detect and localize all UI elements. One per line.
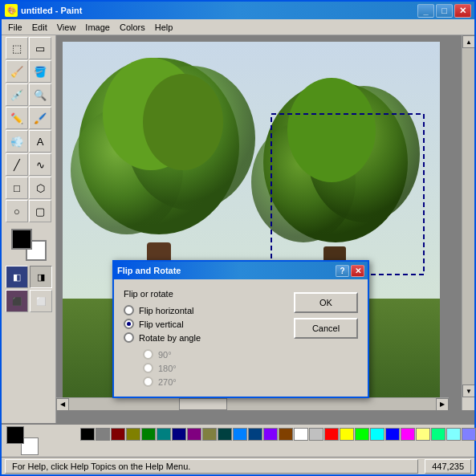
tool-extra1[interactable]: ◧ <box>6 266 28 288</box>
tool-ellipse[interactable]: ○ <box>6 200 28 222</box>
menu-view[interactable]: View <box>52 21 81 34</box>
vertical-scrollbar[interactable]: ▲ ▼ <box>462 35 474 410</box>
app-icon: 🎨 <box>5 4 18 17</box>
color-swatch[interactable] <box>187 428 201 441</box>
dialog-title-buttons: ? ✕ <box>336 265 364 277</box>
dialog-title-text: Flip and Rotate <box>117 266 336 275</box>
tool-text[interactable]: A <box>29 130 51 153</box>
cancel-button[interactable]: Cancel <box>294 318 358 339</box>
scroll-left-button[interactable]: ◀ <box>56 398 69 411</box>
tool-brush[interactable]: 🖌️ <box>29 107 51 129</box>
canvas-area[interactable]: ▲ ▼ <box>56 35 474 423</box>
tool-magnify[interactable]: 🔍 <box>29 83 51 106</box>
angle-180-radio[interactable] <box>143 363 153 373</box>
scroll-track-h <box>69 398 436 410</box>
rotate-angle-label: Rotate by angle <box>139 333 201 343</box>
ok-button[interactable]: OK <box>294 292 358 313</box>
tool-fill[interactable]: 🪣 <box>29 60 51 83</box>
curve-icon: ∿ <box>36 159 45 171</box>
color-swatch[interactable] <box>218 428 232 441</box>
window-title: untitled - Paint <box>21 6 417 15</box>
flip-horizontal-radio[interactable] <box>124 305 134 315</box>
pencil-icon: ✏️ <box>10 112 23 124</box>
tool-eyedropper[interactable]: 💉 <box>6 83 28 106</box>
color-swatch[interactable] <box>172 428 186 441</box>
color-swatch[interactable] <box>370 428 384 441</box>
color-swatch[interactable] <box>126 428 140 441</box>
color-swatch[interactable] <box>279 428 293 441</box>
color-swatch[interactable] <box>309 428 323 441</box>
flip-options: Flip horizontal Flip vertical <box>124 305 284 343</box>
color-swatch[interactable] <box>111 428 125 441</box>
color-swatch[interactable] <box>401 428 415 441</box>
dialog-help-button[interactable]: ? <box>336 265 349 277</box>
angle-270-option[interactable]: 270° <box>143 376 284 387</box>
tool-polygon[interactable]: ⬡ <box>29 177 51 199</box>
select-free-icon: ⬚ <box>12 43 22 55</box>
magnify-icon: 🔍 <box>34 89 47 101</box>
angle-90-radio[interactable] <box>143 349 153 360</box>
tool-select-rect[interactable]: ▭ <box>29 37 51 59</box>
menu-help[interactable]: Help <box>150 21 178 34</box>
brush-icon: 🖌️ <box>34 112 47 124</box>
tool-curve[interactable]: ∿ <box>29 153 51 176</box>
menu-edit[interactable]: Edit <box>27 21 52 34</box>
foreground-color-box[interactable] <box>11 229 32 250</box>
maximize-button[interactable]: □ <box>436 4 453 18</box>
tool-rect[interactable]: □ <box>6 177 28 199</box>
color-swatch[interactable] <box>157 428 171 441</box>
dialog-title-bar[interactable]: Flip and Rotate ? ✕ <box>114 262 368 279</box>
flip-vertical-radio[interactable] <box>124 319 134 329</box>
angle-270-radio[interactable] <box>143 376 153 387</box>
color-swatch[interactable] <box>462 428 476 441</box>
color-swatch[interactable] <box>340 428 354 441</box>
dialog-body: Flip or rotate Flip horizontal <box>114 279 368 397</box>
minimize-button[interactable]: _ <box>417 4 434 18</box>
color-swatch[interactable] <box>355 428 369 441</box>
horizontal-scrollbar[interactable]: ◀ ▶ <box>56 397 449 410</box>
select-rect-icon: ▭ <box>35 43 45 55</box>
tool-eraser[interactable]: 🧹 <box>6 60 28 83</box>
fill-icon: 🪣 <box>34 66 47 78</box>
menu-file[interactable]: File <box>3 21 27 34</box>
tool-line[interactable]: ╱ <box>6 153 28 176</box>
color-swatch[interactable] <box>431 428 445 441</box>
flip-horizontal-option[interactable]: Flip horizontal <box>124 305 284 315</box>
color-swatch[interactable] <box>202 428 217 441</box>
polygon-icon: ⬡ <box>36 182 45 194</box>
scroll-down-button[interactable]: ▼ <box>462 384 474 397</box>
color-swatch[interactable] <box>446 428 461 441</box>
color-palette <box>2 423 474 457</box>
rotate-angle-option[interactable]: Rotate by angle <box>124 332 284 343</box>
color-swatch[interactable] <box>294 428 308 441</box>
menu-image[interactable]: Image <box>80 21 115 34</box>
rotate-angle-radio[interactable] <box>124 332 134 343</box>
color-swatch[interactable] <box>141 428 156 441</box>
palette-fg-color[interactable] <box>6 426 24 444</box>
menu-colors[interactable]: Colors <box>115 21 150 34</box>
tool-extra2[interactable]: ◨ <box>30 266 52 288</box>
text-icon: A <box>37 136 44 148</box>
color-swatch[interactable] <box>416 428 430 441</box>
tool-extra3[interactable]: ⬛ <box>6 290 28 312</box>
tool-airbrush[interactable]: 💨 <box>6 130 28 153</box>
scroll-up-button[interactable]: ▲ <box>462 35 474 48</box>
close-button[interactable]: ✕ <box>454 4 471 18</box>
dialog-close-button[interactable]: ✕ <box>351 265 364 277</box>
tool-extra4[interactable]: ⬜ <box>30 290 52 312</box>
angle-180-option[interactable]: 180° <box>143 363 284 373</box>
color-swatch[interactable] <box>233 428 247 441</box>
angle-90-option[interactable]: 90° <box>143 349 284 360</box>
color-swatch[interactable] <box>80 428 95 441</box>
color-swatch[interactable] <box>96 428 110 441</box>
scroll-right-button[interactable]: ▶ <box>436 398 449 411</box>
color-swatch[interactable] <box>263 428 278 441</box>
tool-pencil[interactable]: ✏️ <box>6 107 28 129</box>
tool-roundrect[interactable]: ▢ <box>29 200 51 222</box>
flip-vertical-option[interactable]: Flip vertical <box>124 319 284 329</box>
color-swatch[interactable] <box>248 428 262 441</box>
scroll-thumb-h[interactable] <box>179 398 227 410</box>
color-swatch[interactable] <box>324 428 339 441</box>
tool-select-free[interactable]: ⬚ <box>6 37 28 59</box>
color-swatch[interactable] <box>385 428 400 441</box>
